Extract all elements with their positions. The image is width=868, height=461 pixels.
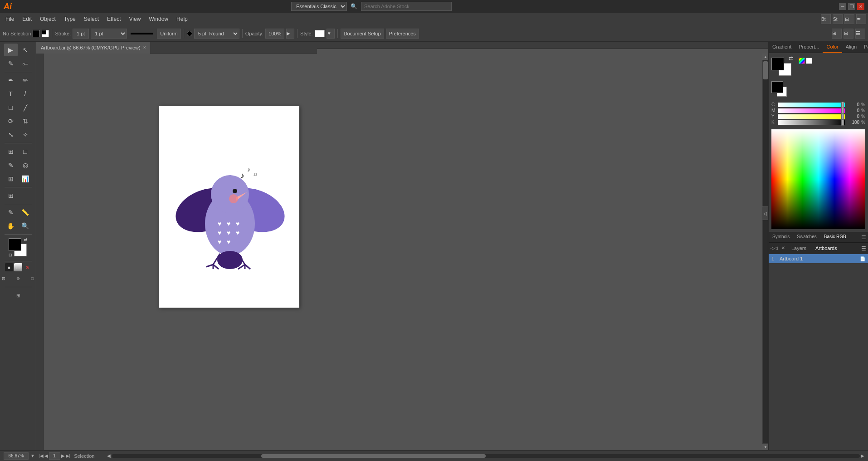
direct-selection-tool[interactable]: ↖ <box>19 44 32 56</box>
pencil-tool[interactable]: ✏ <box>19 74 32 87</box>
none-mode-btn[interactable]: ⊘ <box>23 263 31 271</box>
preferences-button[interactable]: Preferences <box>386 29 419 39</box>
last-page-btn[interactable]: ▶| <box>66 452 71 460</box>
perspective-tool[interactable]: ⊞ <box>4 172 18 185</box>
zoom-input[interactable] <box>4 452 29 460</box>
stock-search-input[interactable] <box>361 2 452 11</box>
tab-gradient[interactable]: Gradient <box>769 42 795 53</box>
menu-object[interactable]: Object <box>36 14 59 24</box>
stack-artboards-btn[interactable]: ⊞ <box>5 289 32 302</box>
libraries-button[interactable]: Bt <box>821 14 831 24</box>
document-tab[interactable]: Artboard.ai @ 66.67% (CMYK/GPU Preview) … <box>36 42 150 54</box>
stroke-style-select[interactable]: 1 pt <box>91 29 127 39</box>
next-page-btn[interactable]: ▶ <box>61 452 65 460</box>
default-colors-icon[interactable]: ⊡ <box>9 253 12 257</box>
menu-select[interactable]: Select <box>80 14 102 24</box>
rectangle-tool[interactable]: □ <box>4 101 18 114</box>
page-input[interactable] <box>49 452 60 460</box>
view-mode-button[interactable]: ⊟ <box>844 29 853 39</box>
stock-button[interactable]: St <box>833 14 843 24</box>
artboard-row-1[interactable]: 1 Artboard 1 📄 <box>769 254 868 263</box>
menu-type[interactable]: Type <box>60 14 79 24</box>
menu-edit[interactable]: Edit <box>19 14 35 24</box>
point-style-select[interactable]: 5 pt. Round <box>194 29 239 39</box>
blend-tool[interactable]: ⊞ <box>4 145 18 158</box>
stroke-color-box[interactable] <box>42 30 49 37</box>
eraser-tool[interactable]: ╱ <box>19 101 32 114</box>
workspace-select[interactable]: Essentials Classic <box>291 2 347 11</box>
opacity-more-button[interactable]: ▶ <box>286 29 294 39</box>
m-thumb[interactable] <box>841 108 844 114</box>
layout-button[interactable]: ⊞ <box>844 14 854 24</box>
c-thumb[interactable] <box>841 102 844 108</box>
tab-pathfinder[interactable]: Pathfin... <box>860 42 868 53</box>
layers-menu-icon[interactable]: ☰ <box>859 243 868 254</box>
zoom-dropdown-icon[interactable]: ▼ <box>30 453 35 458</box>
h-scroll-track[interactable] <box>112 454 860 458</box>
stroke-width-input[interactable] <box>73 29 89 39</box>
scroll-right-btn[interactable]: ▶ <box>861 453 864 458</box>
panel-toggle-button[interactable]: ☰ <box>855 29 865 39</box>
restore-button[interactable]: ❐ <box>848 3 855 10</box>
y-slider[interactable] <box>778 114 845 119</box>
artboard-tool[interactable]: ⊞ <box>4 189 18 202</box>
tab-layers[interactable]: Layers <box>787 243 811 254</box>
shape-builder-tool[interactable]: ◎ <box>19 159 32 172</box>
menu-file[interactable]: File <box>2 14 18 24</box>
k-slider[interactable] <box>778 120 845 125</box>
menu-effect[interactable]: Effect <box>103 14 124 24</box>
opacity-input[interactable] <box>265 29 284 39</box>
fill-color-box[interactable] <box>33 30 40 37</box>
line-tool[interactable]: / <box>19 88 32 100</box>
tab-artboards[interactable]: Artboards <box>811 243 842 254</box>
tab-color[interactable]: Color <box>823 42 842 53</box>
scroll-thumb-vertical[interactable] <box>763 61 768 79</box>
swap-fg-bg-icon[interactable]: ⇄ <box>789 55 793 61</box>
artboard-icon-1[interactable]: 📄 <box>860 256 865 261</box>
chart-tool[interactable]: 📊 <box>19 172 32 185</box>
pen-tool[interactable]: ✒ <box>4 74 18 87</box>
color-canvas[interactable] <box>771 129 865 229</box>
scroll-up-button[interactable]: ▲ <box>762 54 769 60</box>
menu-window[interactable]: Window <box>145 14 172 24</box>
c-slider[interactable] <box>778 103 845 107</box>
type-tool[interactable]: T <box>4 88 18 100</box>
reflect-tool[interactable]: ⇅ <box>19 115 32 128</box>
doc-tab-close[interactable]: × <box>143 45 146 50</box>
canvas-area[interactable]: ♥ ♥ ♥ ♥ ♥ ♥ ♥ ♥ ♪ ♪ ♫ <box>36 54 768 450</box>
hand-tool[interactable]: ✋ <box>4 220 18 232</box>
panel-collapse-left-icon[interactable]: ◁◁ <box>769 243 780 254</box>
tab-align[interactable]: Align <box>842 42 860 53</box>
tab-symbols[interactable]: Symbols <box>769 232 793 242</box>
warp-tool[interactable]: ✎ <box>4 57 18 70</box>
fg-color-box[interactable] <box>771 81 787 97</box>
swap-colors-icon[interactable]: ⇄ <box>24 237 28 242</box>
zoom-tool[interactable]: 🔍 <box>19 220 32 232</box>
measure-tool[interactable]: 📏 <box>19 206 32 219</box>
color-mode-btn[interactable]: ■ <box>5 263 13 271</box>
doc-setup-button[interactable]: Document Setup <box>341 29 384 39</box>
menu-help[interactable]: Help <box>173 14 191 24</box>
column-tool[interactable]: □ <box>19 145 32 158</box>
full-screen-menu-btn[interactable]: □ <box>26 272 39 285</box>
scale-tool[interactable]: ⤡ <box>4 128 18 141</box>
prev-page-btn[interactable]: ◀ <box>44 452 48 460</box>
arrange-button[interactable]: ⊞ <box>832 29 842 39</box>
tab-swatches[interactable]: Swatches <box>793 232 820 242</box>
foreground-color[interactable] <box>9 238 21 251</box>
first-page-btn[interactable]: |◀ <box>39 452 44 460</box>
y-thumb[interactable] <box>841 113 844 120</box>
panel-close-icon[interactable]: ✕ <box>780 243 787 254</box>
scroll-left-btn[interactable]: ◀ <box>107 453 111 458</box>
eyedropper-tool[interactable]: ✎ <box>4 206 18 219</box>
menu-view[interactable]: View <box>126 14 145 24</box>
none-icon[interactable] <box>806 58 812 64</box>
gradient-mode-btn[interactable]: □ <box>14 263 22 271</box>
full-screen-btn[interactable]: ⊕ <box>11 272 25 285</box>
scroll-down-button[interactable]: ▼ <box>762 444 769 450</box>
m-slider[interactable] <box>778 108 845 113</box>
color-tabs-menu-icon[interactable]: ☰ <box>859 232 868 242</box>
style-more-button[interactable]: ▼ <box>327 29 335 39</box>
fg-color-swatch[interactable] <box>771 58 784 70</box>
canvas-scrollbar-vertical[interactable]: ▲ ▼ <box>762 54 769 450</box>
